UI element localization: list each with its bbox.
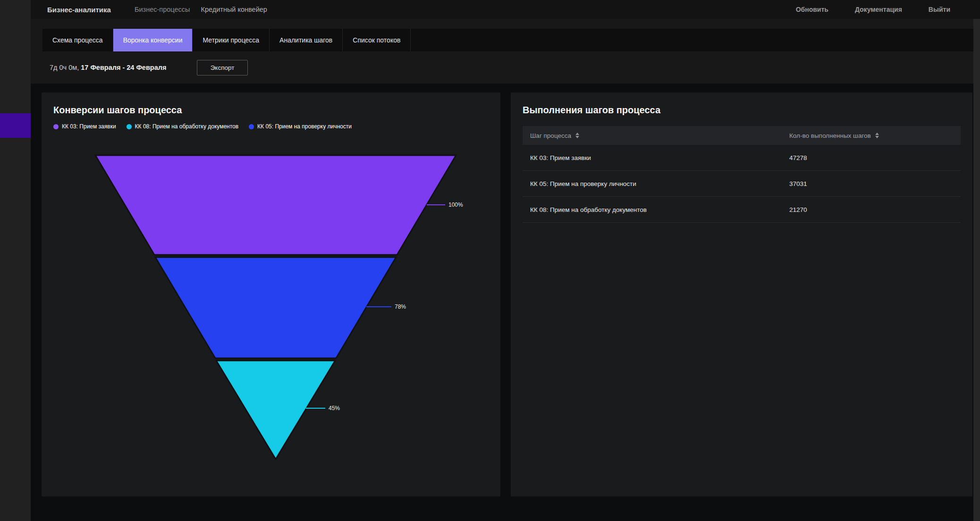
cell-step: КК 03: Прием заявки	[530, 154, 789, 161]
table-header-row: Шаг процесса Кол-во выполненных шагов	[523, 126, 961, 145]
sidebar-active-indicator[interactable]	[0, 113, 31, 138]
funnel-chart: 100% 78% 45%	[42, 92, 500, 496]
refresh-button[interactable]: Обновить	[796, 6, 828, 13]
column-header-count[interactable]: Кол-во выполненных шагов	[789, 132, 953, 139]
sort-icon	[575, 133, 579, 138]
sort-icon	[875, 133, 879, 138]
cell-count: 47278	[789, 154, 953, 161]
cell-count: 21270	[789, 206, 953, 213]
tab-process-diagram[interactable]: Схема процесса	[42, 29, 113, 51]
tab-conversion-funnel[interactable]: Воронка конверсии	[113, 29, 193, 51]
funnel-percent-2: 78%	[395, 303, 406, 310]
tab-flow-list[interactable]: Список потоков	[343, 29, 411, 51]
executions-panel-title: Выполнения шагов процесса	[511, 92, 972, 116]
nav-link-credit-pipeline[interactable]: Кредитный конвейер	[201, 6, 267, 13]
funnel-panel: Конверсии шагов процесса КК 03: Прием за…	[42, 92, 500, 496]
cell-step: КК 05: Прием на проверку личности	[530, 180, 789, 187]
cell-count: 37031	[789, 180, 953, 187]
table-row[interactable]: КК 08: Прием на обработку документов 212…	[523, 197, 961, 223]
cell-step: КК 08: Прием на обработку документов	[530, 206, 789, 213]
table-row[interactable]: КК 05: Прием на проверку личности 37031	[523, 171, 961, 197]
tab-process-metrics[interactable]: Метрики процесса	[193, 29, 270, 51]
period-duration: 7д 0ч 0м,	[50, 64, 81, 71]
tab-bar: Схема процесса Воронка конверсии Метрики…	[42, 29, 973, 51]
column-header-step[interactable]: Шаг процесса	[530, 132, 789, 139]
tab-step-analytics[interactable]: Аналитика шагов	[270, 29, 343, 51]
top-navbar: Бизнес-аналитика Бизнес-процессы Кредитн…	[31, 0, 980, 19]
period-range: 17 Февраля - 24 Февраля	[81, 64, 166, 71]
funnel-stage-3[interactable]	[216, 361, 335, 459]
funnel-percent-1: 100%	[448, 202, 463, 208]
documentation-button[interactable]: Документация	[855, 6, 902, 13]
nav-link-business-processes[interactable]: Бизнес-процессы	[135, 6, 190, 13]
page-header: Схема процесса Воронка конверсии Метрики…	[31, 19, 973, 84]
funnel-stage-1[interactable]	[95, 155, 456, 255]
funnel-stage-2[interactable]	[155, 257, 396, 358]
export-button[interactable]: Экспорт	[197, 60, 248, 76]
vertical-scrollbar[interactable]	[973, 19, 980, 521]
period-label[interactable]: 7д 0ч 0м, 17 Февраля - 24 Февраля	[50, 64, 166, 71]
executions-table: Шаг процесса Кол-во выполненных шагов КК…	[523, 126, 961, 223]
table-row[interactable]: КК 03: Прием заявки 47278	[523, 145, 961, 171]
funnel-percent-3: 45%	[329, 405, 340, 412]
app-brand: Бизнес-аналитика	[47, 6, 111, 14]
executions-panel: Выполнения шагов процесса Шаг процесса К…	[511, 92, 972, 496]
logout-button[interactable]: Выйти	[929, 6, 950, 13]
nav-actions: Обновить Документация Выйти	[796, 6, 950, 13]
left-sidebar	[0, 0, 31, 521]
